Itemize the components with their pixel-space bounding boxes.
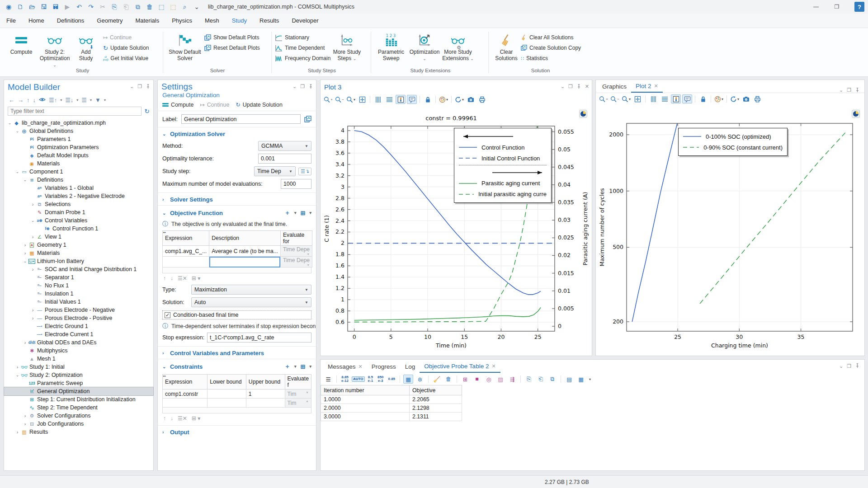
table-cell[interactable]: comp1.avg_C_...	[163, 246, 209, 257]
copy-selection-icon[interactable]: ⧉	[547, 375, 557, 384]
tolerance-input[interactable]	[258, 154, 311, 164]
app-logo-icon[interactable]: ◉	[4, 2, 14, 12]
evaluate-for-combobox[interactable]: Time Depe▼	[280, 257, 312, 267]
column-header-lower-bound[interactable]: Lower bound	[208, 375, 246, 389]
axis-limits-icon[interactable]	[396, 95, 406, 104]
study-step-combobox[interactable]: Time Dep▼	[254, 166, 296, 176]
full-table-icon[interactable]: ▦	[576, 375, 586, 384]
expand-arrow-icon[interactable]: ›	[30, 267, 36, 272]
polar-view-icon[interactable]: ⊛	[415, 375, 425, 384]
settings-continue-button[interactable]: ↦Continue	[200, 101, 229, 108]
zoom-box-icon[interactable]: ▾	[346, 95, 356, 104]
snapshot-icon[interactable]	[466, 95, 476, 104]
continue-button[interactable]: ↦Continue	[103, 33, 149, 42]
tree-item-lib-charge-rate-optimization-mph[interactable]: ⌄◆lib_charge_rate_optimization.mph	[4, 119, 153, 127]
contour-table-icon[interactable]: ◎	[484, 375, 494, 384]
duplicate-icon[interactable]: ⧉	[133, 2, 143, 12]
table-row[interactable]: 2.00002.1298	[321, 404, 462, 413]
tree-item-component-1[interactable]: ⌄▭Component 1	[4, 168, 153, 176]
expand-arrow-icon[interactable]: ›	[22, 250, 28, 256]
evaluate-for-combobox[interactable]: Tim▼	[285, 399, 311, 408]
tree-item-default-model-inputs[interactable]: ◈Default Model Inputs	[4, 151, 153, 160]
table-options-icon[interactable]: ⊞ ▾	[192, 275, 200, 282]
format-decimal[interactable]: 0.85	[387, 376, 396, 382]
snapshot-icon[interactable]	[741, 94, 751, 103]
comsol-logo-button[interactable]	[852, 110, 860, 119]
color-theme-icon[interactable]: ▾	[714, 94, 724, 103]
redo-icon[interactable]: ↷	[86, 2, 96, 12]
column-header-evaluate-for[interactable]: Evaluate for	[280, 231, 312, 246]
filter-icon[interactable]: ▼	[95, 97, 101, 103]
add-row-icon[interactable]: ＋	[284, 209, 290, 217]
help-button[interactable]: ?	[854, 2, 864, 12]
tab-progress[interactable]: Progress	[367, 361, 401, 372]
table-cell[interactable]	[208, 389, 246, 399]
collapse-icon[interactable]: ☰↓	[65, 97, 73, 103]
open-file-icon[interactable]: 🗁	[27, 2, 37, 12]
undo-icon[interactable]: ↶	[74, 2, 84, 12]
export-table-icon[interactable]: ⎗	[536, 375, 546, 384]
zoom-out-icon[interactable]: −	[610, 94, 620, 103]
delete-table-icon[interactable]: 🗑	[443, 375, 453, 384]
cut-icon[interactable]: ✂	[98, 2, 108, 12]
surface-table-icon[interactable]: ■	[472, 375, 482, 384]
tree-item-step-1-current-distribution-initialization[interactable]: ⊞Step 1: Current Distribution Initializa…	[4, 395, 153, 404]
table-edit-icon[interactable]: ⊞	[301, 363, 306, 370]
zoom-box-icon[interactable]: ▾	[621, 94, 631, 103]
tree-item-separator-1[interactable]: ᴰ–Separator 1	[4, 273, 153, 282]
comsol-logo-button[interactable]	[579, 110, 587, 119]
type-combobox[interactable]: Maximization▼	[191, 285, 311, 295]
pin-icon[interactable]	[576, 84, 581, 89]
delete-icon[interactable]: 🗑	[145, 2, 155, 12]
table-cell[interactable]	[209, 257, 281, 267]
tree-item-lithium-ion-battery[interactable]: ⌄Li+Lithium-Ion Battery	[4, 257, 153, 265]
table-cell[interactable]	[163, 257, 209, 267]
study2-optimization-button[interactable]: Study 2:Optimization ⌄	[38, 31, 71, 68]
x-grid-icon[interactable]	[373, 95, 383, 104]
menu-physics[interactable]: Physics	[165, 14, 198, 28]
collapse-arrow-icon[interactable]: ⌄	[7, 121, 13, 125]
lock-axes-icon[interactable]	[698, 94, 708, 103]
add-row-icon[interactable]: ＋	[284, 362, 290, 371]
collapse-arrow-icon[interactable]: ⌄	[14, 129, 20, 133]
table-options-icon[interactable]: ⊞ ▾	[192, 415, 200, 422]
save-icon[interactable]: 🖫	[39, 2, 49, 12]
tree-item-electrode-current-1[interactable]: —▪Electrode Current 1	[4, 330, 153, 338]
settings-update-solution-button[interactable]: ↻Update Solution	[236, 101, 283, 108]
close-icon[interactable]: ✕	[585, 84, 589, 89]
copy-icon[interactable]: ⎘	[109, 2, 119, 12]
tree-item-materials[interactable]: ›▦Materials	[4, 249, 153, 257]
section-solver-settings[interactable]: ›Solver Settings	[158, 193, 316, 205]
menu-developer[interactable]: Developer	[285, 14, 325, 28]
tree-item-porous-electrode-positive[interactable]: ›—Porous Electrode - Positive	[4, 314, 153, 322]
expand-arrow-icon[interactable]: ›	[22, 242, 28, 248]
tree-item-geometry-1[interactable]: ›AGeometry 1	[4, 241, 153, 249]
collapse-arrow-icon[interactable]: ⌄	[30, 218, 36, 223]
tree-item-study-2-optimization[interactable]: ⌄Study 2: Optimization	[4, 371, 153, 379]
clear-selection-icon[interactable]: ⬚	[168, 2, 178, 12]
model-tree-node-icon[interactable]: ☰	[81, 97, 87, 103]
close-tab-icon[interactable]: ✕	[359, 364, 363, 370]
expand-arrow-icon[interactable]: ›	[22, 421, 28, 427]
table-view-icon[interactable]: ▦	[403, 375, 413, 384]
float-panel-icon[interactable]: ❐	[847, 363, 851, 369]
report-icon[interactable]: ▤	[564, 375, 574, 384]
section-control-variables[interactable]: ›Control Variables and Parameters	[158, 347, 316, 359]
frequency-domain-button[interactable]: Frequency Domain	[275, 54, 330, 62]
tree-filter-input[interactable]	[8, 107, 142, 116]
annotation-icon[interactable]	[407, 95, 417, 104]
panel-menu-icon[interactable]: ⌄	[561, 84, 565, 89]
move-down-icon[interactable]: ↓	[170, 415, 173, 422]
column-header-description[interactable]: Description	[209, 231, 281, 246]
table-cell[interactable]: 1	[246, 389, 285, 399]
evaluate-for-combobox[interactable]: Time Depe▼	[280, 246, 312, 257]
tree-item-general-optimization[interactable]: General Optimization	[4, 387, 153, 395]
table-cell[interactable]	[208, 399, 246, 408]
filter-table-icon[interactable]: ▨	[495, 375, 505, 384]
menu-definitions[interactable]: Definitions	[51, 14, 91, 28]
condition-based-final-time-checkbox[interactable]: ✓ Condition-based final time	[162, 310, 311, 319]
menu-study[interactable]: Study	[226, 14, 253, 28]
tree-item-definitions[interactable]: ⌄≡Definitions	[4, 176, 153, 184]
expand-icon[interactable]: ☰↑	[49, 97, 57, 103]
menu-mesh[interactable]: Mesh	[198, 14, 226, 28]
